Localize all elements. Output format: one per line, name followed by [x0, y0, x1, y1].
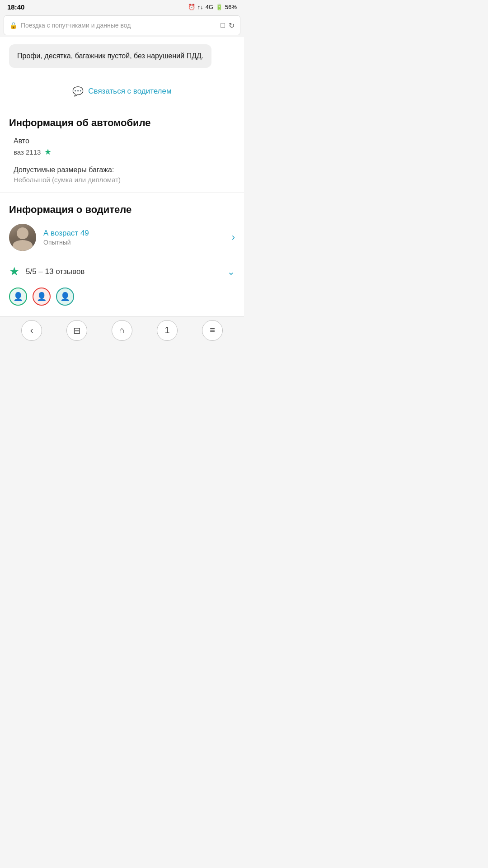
- home-button[interactable]: ⌂: [112, 320, 132, 341]
- driver-name: А возраст 49: [43, 229, 225, 238]
- car-star-icon: ★: [44, 147, 52, 157]
- url-text: Поездка с попутчиками и данные вод: [21, 22, 217, 29]
- reviewer-avatars: 👤 👤 👤: [9, 283, 235, 307]
- rating-star-icon: ★: [9, 264, 19, 278]
- bottom-navigation: ‹ ⊟ ⌂ 1 ≡: [0, 316, 244, 344]
- bookmarks-icon: ⊟: [73, 325, 81, 336]
- network-icon: 4G: [206, 4, 213, 10]
- driver-status: Опытный: [43, 239, 225, 246]
- bookmarks-button[interactable]: ⊟: [66, 320, 87, 341]
- reviewer-icon-1: 👤: [13, 292, 23, 302]
- chat-icon: 💬: [72, 86, 84, 97]
- reviewer-avatar-2: 👤: [33, 288, 51, 306]
- reviewer-avatar-3: 👤: [56, 288, 74, 306]
- alarm-icon: ⏰: [188, 4, 195, 10]
- message-section: Профи, десятка, багажник пустой, без нар…: [0, 37, 244, 77]
- status-icons: ⏰ ↑↓ 4G 🔋 56%: [188, 4, 237, 10]
- tabs-label: 1: [164, 325, 169, 335]
- chevron-down-icon[interactable]: ⌄: [227, 266, 235, 277]
- status-time: 18:40: [7, 3, 24, 11]
- rating-row[interactable]: ★ 5/5 – 13 отзывов ⌄: [9, 260, 235, 283]
- refresh-icon[interactable]: ↻: [229, 21, 235, 30]
- car-model: ваз 2113 ★: [14, 147, 230, 157]
- message-text: Профи, десятка, багажник пустой, без нар…: [17, 52, 203, 60]
- back-button[interactable]: ‹: [21, 320, 42, 341]
- bookmark-icon[interactable]: □: [221, 21, 225, 29]
- car-info-section: Информация об автомобиле Авто ваз 2113 ★…: [0, 106, 244, 193]
- address-bar[interactable]: 🔒 Поездка с попутчиками и данные вод □ ↻: [4, 15, 240, 35]
- reviewer-avatar-1: 👤: [9, 288, 27, 306]
- contact-driver-label: Связаться с водителем: [88, 87, 171, 96]
- car-section-title: Информация об автомобиле: [9, 117, 235, 129]
- battery-icon: 🔋: [216, 4, 223, 10]
- avatar: [9, 224, 36, 251]
- car-model-text: ваз 2113: [14, 148, 41, 156]
- rating-text: 5/5 – 13 отзывов: [26, 267, 221, 276]
- back-icon: ‹: [30, 325, 33, 335]
- driver-info: А возраст 49 Опытный: [43, 229, 225, 246]
- avatar-image: [9, 224, 36, 251]
- baggage-value: Небольшой (сумка или дипломат): [14, 176, 230, 184]
- reviewer-icon-2: 👤: [37, 292, 47, 302]
- tabs-button[interactable]: 1: [157, 320, 178, 341]
- home-icon: ⌂: [119, 325, 125, 335]
- main-content: Профи, десятка, багажник пустой, без нар…: [0, 37, 244, 316]
- message-bubble: Профи, десятка, багажник пустой, без нар…: [9, 44, 211, 68]
- car-info: Авто ваз 2113 ★ Допустимые размеры багаж…: [9, 137, 235, 184]
- driver-profile-row[interactable]: А возраст 49 Опытный ›: [9, 224, 235, 251]
- car-label: Авто: [14, 137, 230, 145]
- signal-icon: ↑↓: [197, 4, 203, 10]
- reviewer-icon-3: 👤: [60, 292, 70, 302]
- baggage-label: Допустимые размеры багажа:: [14, 166, 230, 174]
- contact-section: 💬 Связаться с водителем: [0, 77, 244, 106]
- menu-icon: ≡: [210, 325, 215, 335]
- battery-percent: 56%: [225, 4, 237, 10]
- driver-info-section: Информация о водителе А возраст 49 Опытн…: [0, 193, 244, 316]
- lock-icon: 🔒: [9, 22, 17, 29]
- contact-driver-button[interactable]: 💬 Связаться с водителем: [72, 86, 171, 97]
- status-bar: 18:40 ⏰ ↑↓ 4G 🔋 56%: [0, 0, 244, 14]
- driver-section-title: Информация о водителе: [9, 204, 235, 216]
- chevron-right-icon: ›: [232, 231, 235, 243]
- menu-button[interactable]: ≡: [202, 320, 223, 341]
